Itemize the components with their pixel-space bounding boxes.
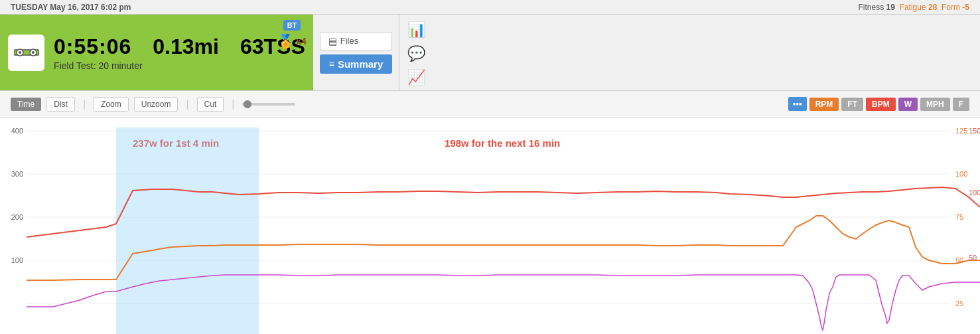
toggle-ft-button[interactable]: FT [841, 98, 863, 111]
fatigue-label: Fatigue [900, 3, 926, 12]
svg-point-4 [32, 51, 35, 54]
svg-text:400: 400 [11, 127, 23, 135]
form-label: Form [942, 3, 960, 12]
divider1: | [83, 98, 86, 110]
divider2: | [186, 98, 188, 110]
toggle-w-button[interactable]: W [898, 98, 918, 111]
svg-rect-11 [116, 127, 259, 334]
svg-text:50: 50 [969, 254, 977, 262]
unzoom-button[interactable]: Unzoom [134, 97, 178, 112]
zoom-slider[interactable] [242, 103, 295, 106]
toolbar: ▤ Files ≡ Summary [313, 15, 400, 90]
svg-text:50: 50 [955, 256, 963, 264]
svg-text:125: 125 [955, 127, 967, 135]
toggle-f-button[interactable]: F [953, 98, 969, 111]
activity-icon [8, 35, 44, 71]
form-value: -5 [962, 3, 969, 12]
badge-area: BT 🏅 x4 [277, 20, 307, 49]
svg-text:100: 100 [969, 189, 980, 197]
chart-wrapper: 237w for 1st 4 min 198w for the next 16 … [0, 118, 980, 334]
chart-bar-icon[interactable]: 📊 [407, 21, 425, 39]
activity-time: 0:55:06 [54, 35, 131, 59]
svg-point-2 [19, 51, 21, 54]
svg-text:25: 25 [955, 299, 963, 307]
fitness-value: 19 [886, 3, 895, 12]
toggle-bar-button[interactable]: ▪▪▪ [788, 97, 807, 111]
activity-block: 0:55:06 0.13mi 63TSS Field Test: 20 minu… [0, 15, 313, 90]
chart-controls: Time Dist | Zoom Unzoom | Cut | ▪▪▪ RPM … [0, 91, 980, 118]
files-icon: ▤ [328, 36, 337, 46]
badge-medal: 🏅 x4 [277, 33, 307, 49]
svg-text:150: 150 [969, 127, 980, 135]
summary-icon: ≡ [329, 58, 334, 69]
toggle-rpm-button[interactable]: RPM [809, 98, 839, 111]
summary-label: Summary [338, 58, 383, 70]
toggle-mph-button[interactable]: MPH [920, 98, 950, 111]
slider-thumb[interactable] [244, 100, 251, 108]
files-label: Files [340, 36, 358, 46]
badge-bt: BT [283, 20, 301, 31]
toggle-bpm-button[interactable]: BPM [866, 98, 896, 111]
side-icons: 📊 💬 📈 [399, 15, 433, 90]
svg-text:75: 75 [955, 213, 963, 221]
time-button[interactable]: Time [11, 98, 41, 111]
activity-label: Field Test: 20 minuter [54, 60, 305, 71]
chart-toggles: ▪▪▪ RPM FT BPM W MPH F [788, 97, 969, 111]
svg-text:100: 100 [11, 256, 23, 264]
chart-svg: 400 300 200 100 0 125 100 75 50 25 0 150… [0, 118, 980, 334]
comment-icon[interactable]: 💬 [407, 45, 425, 62]
date-label: TUESDAY May 16, 2017 6:02 pm [11, 3, 131, 12]
files-button[interactable]: ▤ Files [320, 32, 393, 50]
svg-text:300: 300 [11, 170, 23, 178]
svg-text:200: 200 [11, 213, 23, 221]
activity-distance: 0.13mi [153, 35, 219, 59]
dist-button[interactable]: Dist [46, 97, 75, 112]
activity-stats: 0:55:06 0.13mi 63TSS Field Test: 20 minu… [54, 35, 305, 71]
medal-count: x4 [296, 36, 307, 46]
cut-button[interactable]: Cut [197, 97, 224, 112]
divider3: | [232, 98, 234, 110]
zoom-button[interactable]: Zoom [94, 97, 129, 112]
medal-icon: 🏅 [277, 33, 294, 49]
fatigue-value: 28 [928, 3, 937, 12]
summary-button[interactable]: ≡ Summary [320, 54, 393, 74]
trend-icon[interactable]: 📈 [407, 69, 425, 86]
svg-text:100: 100 [955, 170, 967, 178]
fitness-label: Fitness [859, 3, 884, 12]
